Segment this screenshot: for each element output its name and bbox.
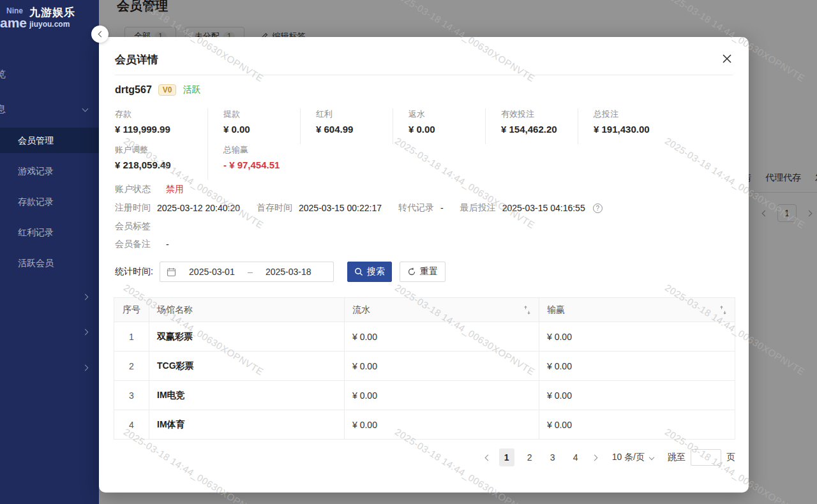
- logo-text-nine: Nine: [6, 6, 23, 15]
- stat-valid-bets: 有效投注 ¥ 154,462.20: [485, 108, 578, 144]
- prev-page-button[interactable]: [484, 456, 491, 460]
- jump-label: 跳至: [668, 452, 686, 463]
- reset-button-label: 重置: [420, 266, 438, 278]
- last-bet-time: 最后投注 2025-03-15 04:16:55: [460, 202, 603, 214]
- search-button-label: 搜索: [367, 266, 385, 278]
- stat-total-bets: 总投注 ¥ 191,430.00: [578, 108, 670, 144]
- jump-page-input[interactable]: [691, 449, 721, 466]
- chevron-down-icon: [649, 455, 654, 460]
- page-button-2[interactable]: 2: [522, 448, 537, 466]
- page-size-select[interactable]: 10 条/页: [612, 452, 654, 463]
- stats-time-filter: 统计时间: 2025-03-01 – 2025-03-18 搜索 重置: [115, 262, 446, 282]
- header-venue: 场馆名称: [149, 298, 344, 322]
- sidebar-group-member-info-partial[interactable]: 息: [0, 103, 6, 115]
- sort-icon[interactable]: [523, 306, 531, 315]
- venue-stats-table: 序号 场馆名称 流水 输赢 1 双赢彩票 ¥ 0.00: [114, 297, 735, 440]
- header-turnover[interactable]: 流水: [344, 298, 539, 322]
- member-detail-modal: 会员详情 drtg567 V0 活跃 存款 ¥ 119,999.99 提款 ¥ …: [99, 37, 749, 493]
- sidebar-group-3-chevron-right-icon[interactable]: [82, 365, 89, 371]
- modal-title: 会员详情: [115, 52, 158, 67]
- stat-account-adjustment: 账户调整 ¥ 218,059.49: [115, 144, 207, 180]
- account-status-row: 账户状态 禁用: [115, 184, 184, 195]
- sidebar: Nine ame 九游娱乐 jiuyou.com 览 息 会员管理 游戏记录 存…: [0, 0, 99, 504]
- logo-text-game: ame: [0, 15, 27, 31]
- chevron-down-icon: [82, 106, 89, 112]
- sidebar-group-2-chevron-right-icon[interactable]: [82, 329, 89, 336]
- table-pagination: 1 2 3 4 10 条/页 跳至 页: [114, 448, 735, 466]
- date-range-start[interactable]: 2025-03-01: [179, 267, 245, 277]
- page-button-4[interactable]: 4: [568, 448, 583, 466]
- table-row: 1 双赢彩票 ¥ 0.00 ¥ 0.00: [114, 322, 735, 352]
- member-info-row: 注册时间 2025-03-12 20:40:20 首存时间 2025-03-15…: [115, 202, 603, 214]
- reset-icon: [407, 267, 416, 276]
- stats-time-label: 统计时间:: [115, 266, 153, 278]
- date-range-end[interactable]: 2025-03-18: [255, 267, 322, 277]
- member-summary: drtg567 V0 活跃: [115, 84, 200, 96]
- page-button-3[interactable]: 3: [545, 448, 560, 466]
- register-time: 注册时间 2025-03-12 20:40:20: [115, 202, 240, 214]
- chevron-left-icon: [98, 31, 104, 38]
- table-row: 2 TCG彩票 ¥ 0.00 ¥ 0.00: [114, 352, 735, 381]
- search-icon: [354, 267, 363, 276]
- sort-icon[interactable]: [719, 306, 727, 315]
- table-header-row: 序号 场馆名称 流水 输赢: [114, 298, 735, 322]
- member-note-label: 会员备注: [115, 239, 151, 250]
- close-icon[interactable]: [722, 54, 735, 66]
- logo-text-cn: 九游娱乐: [29, 5, 75, 20]
- next-page-button[interactable]: [591, 456, 598, 460]
- jump-to-page: 跳至 页: [668, 449, 735, 466]
- member-username: drtg567: [115, 84, 152, 96]
- search-button[interactable]: 搜索: [347, 262, 392, 282]
- app-logo: Nine ame 九游娱乐 jiuyou.com: [0, 5, 99, 34]
- header-winloss[interactable]: 输赢: [539, 298, 735, 322]
- stat-bonus: 红利 ¥ 604.99: [300, 108, 393, 144]
- sidebar-item-active-members[interactable]: 活跃会员: [0, 250, 99, 276]
- reset-button[interactable]: 重置: [400, 262, 446, 282]
- sidebar-item-deposit-records[interactable]: 存款记录: [0, 189, 99, 214]
- member-tag-row: 会员标签: [115, 221, 151, 232]
- date-range-picker[interactable]: 2025-03-01 – 2025-03-18: [160, 262, 334, 282]
- stats-grid: 存款 ¥ 119,999.99 提款 ¥ 0.00 红利 ¥ 604.99 返水…: [115, 108, 733, 180]
- question-circle-icon[interactable]: [593, 204, 603, 213]
- account-status-value: 禁用: [166, 184, 184, 195]
- stat-total-winloss: 总输赢 - ¥ 97,454.51: [207, 144, 300, 180]
- page-button-1[interactable]: 1: [499, 448, 514, 466]
- agent-transfer-record: 转代记录 -: [398, 202, 444, 214]
- table-row: 3 IM电竞 ¥ 0.00 ¥ 0.00: [114, 381, 735, 410]
- header-index: 序号: [114, 298, 149, 322]
- header-divider: [115, 75, 733, 75]
- calendar-icon: [167, 267, 176, 277]
- table-row: 4 IM体育 ¥ 0.00 ¥ 0.00: [114, 410, 735, 440]
- member-status: 活跃: [183, 84, 200, 96]
- sidebar-item-game-records[interactable]: 游戏记录: [0, 158, 99, 184]
- sidebar-item-member-management[interactable]: 会员管理: [0, 128, 99, 153]
- sidebar-collapse-button[interactable]: [91, 26, 109, 43]
- sidebar-item-bonus-records[interactable]: 红利记录: [0, 219, 99, 245]
- logo-domain: jiuyou.com: [29, 20, 70, 29]
- member-note-row: 会员备注 -: [115, 239, 169, 250]
- jump-suffix: 页: [726, 452, 735, 463]
- member-tag-label: 会员标签: [115, 221, 151, 232]
- date-range-separator: –: [248, 267, 253, 277]
- stat-rebate: 返水 ¥ 0.00: [393, 108, 485, 144]
- stat-deposit: 存款 ¥ 119,999.99: [115, 108, 207, 144]
- member-level-badge: V0: [158, 84, 177, 96]
- sidebar-group-1-chevron-right-icon[interactable]: [82, 294, 89, 300]
- stat-withdrawal: 提款 ¥ 0.00: [207, 108, 300, 144]
- sidebar-item-overview-partial[interactable]: 览: [0, 68, 6, 80]
- first-deposit-time: 首存时间 2025-03-15 00:22:17: [257, 202, 382, 214]
- account-status-label: 账户状态: [115, 184, 151, 195]
- member-note-value: -: [166, 239, 169, 249]
- screen: 会员管理 全部 1 未分配 1 编辑标签 情 代理代存 发 1: [0, 0, 817, 504]
